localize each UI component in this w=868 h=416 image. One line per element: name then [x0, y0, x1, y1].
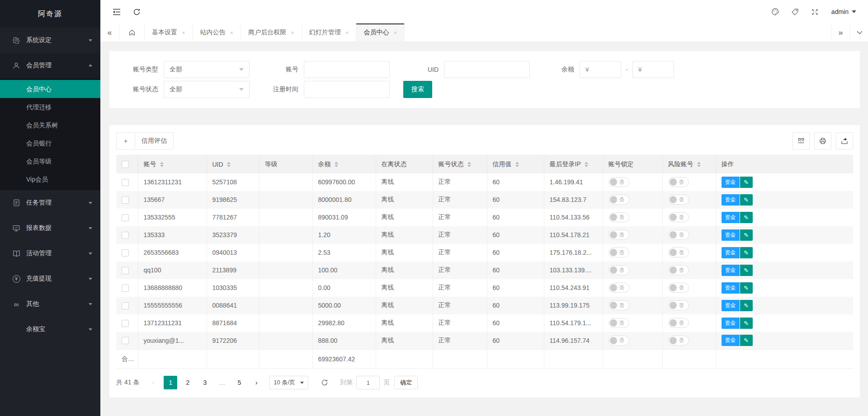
fullscreen-icon[interactable]	[805, 0, 825, 23]
row-checkbox[interactable]	[122, 249, 129, 257]
fund-button[interactable]: 资金	[722, 177, 740, 188]
sidebar-subitem[interactable]: 会员关系树	[0, 116, 100, 134]
lock-toggle[interactable]: 否	[609, 212, 629, 222]
edit-button[interactable]: ✎	[740, 177, 753, 188]
edit-button[interactable]: ✎	[740, 265, 753, 276]
close-icon[interactable]: ×	[393, 29, 397, 36]
sort-icon[interactable]	[515, 160, 519, 169]
tab-item[interactable]: 站内公告×	[193, 23, 241, 42]
lock-toggle[interactable]: 否	[609, 177, 629, 187]
sidebar-subitem[interactable]: 会员中心	[0, 80, 100, 98]
goto-page-input[interactable]	[356, 376, 380, 389]
page-button-2[interactable]: 2	[181, 376, 194, 389]
page-button-5[interactable]: 5	[232, 376, 246, 389]
sidebar-subitem[interactable]: 会员银行	[0, 134, 100, 152]
sort-icon[interactable]	[585, 160, 588, 169]
account-input[interactable]	[304, 61, 390, 78]
fund-button[interactable]: 资金	[722, 282, 740, 294]
admin-dropdown[interactable]: admin	[825, 0, 863, 23]
risk-toggle[interactable]: 否	[668, 230, 689, 240]
uid-input[interactable]	[444, 61, 530, 78]
sidebar-item-2[interactable]: 任务管理	[0, 190, 100, 215]
fund-button[interactable]: 资金	[722, 335, 740, 346]
sidebar-subitem[interactable]: 代理迁移	[0, 98, 100, 116]
fund-button[interactable]: 资金	[722, 318, 740, 329]
sidebar-item-1[interactable]: 会员管理	[0, 53, 100, 78]
tabs-scroll-right-button[interactable]: »	[831, 23, 850, 42]
fund-button[interactable]: 资金	[722, 229, 740, 241]
sort-icon[interactable]	[697, 160, 701, 169]
close-icon[interactable]: ×	[345, 29, 349, 36]
balance-min-input[interactable]	[580, 61, 621, 78]
fund-button[interactable]: 资金	[722, 247, 740, 258]
risk-toggle[interactable]: 否	[668, 195, 689, 205]
risk-toggle[interactable]: 否	[668, 300, 689, 310]
row-checkbox[interactable]	[122, 196, 129, 204]
sidebar-item-6[interactable]: ∞其他	[0, 291, 100, 317]
row-checkbox[interactable]	[122, 320, 129, 327]
reg-time-input[interactable]	[304, 81, 390, 98]
tab-item[interactable]: 幻灯片管理×	[302, 23, 357, 42]
risk-toggle[interactable]: 否	[668, 283, 689, 293]
theme-palette-icon[interactable]	[765, 0, 785, 23]
sidebar-toggle-icon[interactable]	[107, 0, 127, 23]
edit-button[interactable]: ✎	[740, 194, 753, 206]
lock-toggle[interactable]: 否	[609, 230, 629, 240]
sidebar-item-7[interactable]: 余额宝	[0, 317, 100, 342]
sidebar-subitem[interactable]: Vip会员	[0, 170, 100, 188]
lock-toggle[interactable]: 否	[609, 336, 629, 346]
goto-confirm-button[interactable]: 确定	[394, 376, 418, 389]
sort-icon[interactable]	[335, 160, 338, 169]
row-checkbox[interactable]	[122, 267, 129, 274]
row-checkbox[interactable]	[122, 179, 129, 186]
risk-toggle[interactable]: 否	[668, 177, 689, 187]
close-icon[interactable]: ×	[230, 29, 234, 36]
edit-button[interactable]: ✎	[740, 247, 753, 258]
refresh-icon[interactable]	[127, 0, 146, 23]
pager-refresh-icon[interactable]	[321, 379, 328, 386]
sidebar-item-4[interactable]: 活动管理	[0, 241, 100, 266]
lock-toggle[interactable]: 否	[609, 248, 629, 257]
fund-button[interactable]: 资金	[722, 194, 740, 206]
lock-toggle[interactable]: 否	[609, 300, 629, 310]
page-button-3[interactable]: 3	[198, 376, 212, 389]
row-checkbox[interactable]	[122, 337, 129, 344]
row-checkbox[interactable]	[122, 302, 129, 309]
export-button[interactable]	[836, 132, 853, 150]
risk-toggle[interactable]: 否	[668, 212, 689, 222]
fund-button[interactable]: 资金	[722, 300, 740, 311]
tab-item[interactable]: 会员中心×	[356, 23, 405, 42]
row-checkbox[interactable]	[122, 214, 129, 221]
add-button[interactable]: +	[116, 132, 135, 150]
risk-toggle[interactable]: 否	[668, 336, 689, 346]
edit-button[interactable]: ✎	[740, 282, 753, 294]
sidebar-subitem[interactable]: 会员等级	[0, 152, 100, 170]
balance-max-input[interactable]	[632, 61, 674, 78]
prev-page-button[interactable]: ‹	[146, 376, 160, 389]
select-all-checkbox[interactable]	[122, 161, 129, 168]
risk-toggle[interactable]: 否	[668, 265, 689, 275]
print-button[interactable]	[814, 132, 831, 150]
page-size-select[interactable]: 10 条/页	[269, 376, 308, 389]
lock-toggle[interactable]: 否	[609, 283, 629, 293]
page-button-1[interactable]: 1	[164, 376, 177, 389]
sort-icon[interactable]	[227, 160, 231, 169]
row-checkbox[interactable]	[122, 285, 129, 292]
fund-button[interactable]: 资金	[722, 212, 740, 223]
lock-toggle[interactable]: 否	[609, 195, 629, 205]
risk-toggle[interactable]: 否	[668, 248, 689, 257]
sidebar-item-5[interactable]: ¥充值提现	[0, 266, 100, 291]
credit-evaluate-button[interactable]: 信用评估	[135, 132, 174, 150]
edit-button[interactable]: ✎	[740, 335, 753, 346]
sort-icon[interactable]	[160, 160, 164, 169]
tabs-scroll-left-button[interactable]: «	[100, 23, 119, 42]
edit-button[interactable]: ✎	[740, 229, 753, 241]
tab-home[interactable]	[119, 23, 145, 42]
filter-columns-button[interactable]	[793, 132, 810, 150]
tab-item[interactable]: 商户后台权限×	[241, 23, 302, 42]
edit-button[interactable]: ✎	[740, 318, 753, 329]
close-icon[interactable]: ×	[291, 29, 294, 36]
lock-toggle[interactable]: 否	[609, 318, 629, 328]
close-icon[interactable]: ×	[182, 29, 185, 36]
search-button[interactable]: 搜索	[403, 81, 432, 98]
